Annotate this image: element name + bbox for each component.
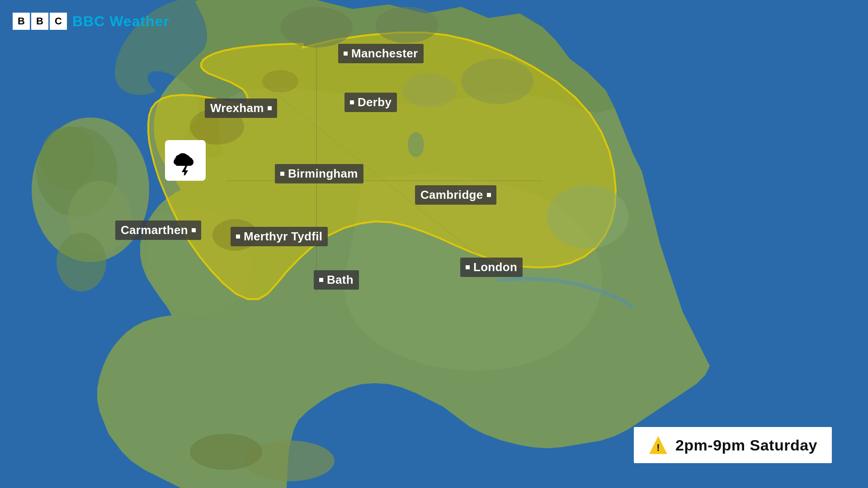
bbc-c: C [50, 13, 67, 30]
warning-triangle-icon: ! [648, 435, 668, 455]
city-label-merthyr-tydfil: Merthyr Tydfil [231, 227, 328, 246]
city-label-london: London [460, 258, 523, 277]
city-dot-merthyr-tydfil [236, 235, 240, 239]
bbc-b1: B [13, 13, 30, 30]
city-dot-london [466, 265, 470, 269]
warning-banner: ! 2pm-9pm Saturday [634, 427, 832, 463]
city-dot-manchester [344, 52, 348, 56]
city-label-wrexham: Wrexham [205, 99, 277, 118]
map-container: B B C BBC Weather Manchester Derby Wrexh… [0, 0, 868, 488]
city-label-carmarthen: Carmarthen [115, 221, 201, 240]
bbc-b2: B [31, 13, 48, 30]
city-dot-birmingham [280, 172, 284, 176]
city-dot-carmarthen [192, 228, 196, 232]
city-dot-derby [350, 100, 354, 104]
thunderstorm-icon [165, 140, 206, 181]
city-label-manchester: Manchester [338, 44, 424, 63]
city-label-derby: Derby [344, 93, 397, 112]
city-dot-bath [319, 278, 323, 282]
bbc-boxes: B B C [13, 13, 67, 30]
city-dot-wrexham [268, 106, 272, 110]
map-background [0, 0, 868, 488]
warning-time-label: 2pm-9pm Saturday [675, 436, 817, 454]
bbc-logo: B B C BBC Weather [13, 13, 170, 30]
city-dot-cambridge [487, 193, 491, 197]
svg-marker-20 [182, 166, 188, 175]
city-label-cambridge: Cambridge [415, 185, 496, 205]
city-label-bath: Bath [314, 270, 359, 290]
city-label-birmingham: Birmingham [275, 164, 363, 183]
bbc-weather-label: BBC Weather [72, 13, 170, 30]
